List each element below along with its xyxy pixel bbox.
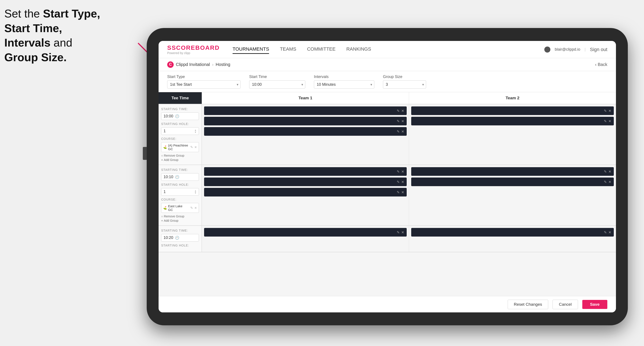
- slot-remove-3-3[interactable]: ✕: [401, 190, 404, 194]
- group-actions-2: ○ Remove Group + Add Group: [161, 215, 199, 222]
- course-tag-2: ⛳ East Lake GC ✎ ✕: [161, 203, 199, 213]
- slot-remove-3-2[interactable]: ✕: [401, 180, 404, 184]
- course-name-1: (A) Peachtree GC: [168, 144, 188, 151]
- group-left-2: STARTING TIME: 10:10 🕙 STARTING HOLE: 1 …: [158, 165, 202, 225]
- clock-icon-1: 🕙: [175, 114, 179, 118]
- slot-edit-4-1[interactable]: ✎: [604, 170, 607, 174]
- slot-edit-2-2[interactable]: ✎: [604, 119, 607, 123]
- save-button[interactable]: Save: [582, 300, 607, 309]
- remove-group-btn-1[interactable]: ○ Remove Group: [161, 154, 199, 157]
- group-actions-1: ○ Remove Group + Add Group: [161, 154, 199, 162]
- start-time-label: Start Time: [249, 75, 305, 79]
- player-slot-1-2: ✎✕: [204, 117, 407, 125]
- group-size-select[interactable]: 3: [383, 80, 426, 89]
- slot-edit-1-3[interactable]: ✎: [397, 130, 400, 134]
- add-group-btn-1[interactable]: + Add Group: [161, 158, 199, 162]
- slot-remove-6-1[interactable]: ✕: [608, 230, 611, 234]
- group-left-1: STARTING TIME: 10:00 🕙 STARTING HOLE: 1 …: [158, 104, 202, 165]
- column-headers: Tee Time Team 1 Team 2: [158, 92, 616, 104]
- starting-hole-select-2[interactable]: 1 ▲▼: [161, 188, 199, 196]
- remove-group-btn-2[interactable]: ○ Remove Group: [161, 215, 199, 218]
- starting-time-input-1[interactable]: 10:00 🕙: [161, 112, 199, 120]
- slot-edit-6-1[interactable]: ✎: [604, 230, 607, 234]
- start-type-select[interactable]: 1st Tee Start: [167, 80, 240, 89]
- slot-remove-2-2[interactable]: ✕: [608, 119, 611, 123]
- course-label-1: COURSE:: [161, 137, 199, 141]
- group-row-1: STARTING TIME: 10:00 🕙 STARTING HOLE: 1 …: [158, 104, 616, 165]
- slot-edit-3-3[interactable]: ✎: [397, 190, 400, 194]
- bold-group-size: Group Size.: [4, 51, 67, 64]
- nav-rankings[interactable]: RANKINGS: [346, 45, 371, 54]
- slot-remove-5-1[interactable]: ✕: [401, 230, 404, 234]
- player-slot-1-3: ✎✕: [204, 127, 407, 136]
- slot-edit-3-2[interactable]: ✎: [397, 180, 400, 184]
- time-value-1: 10:00: [164, 114, 173, 119]
- starting-hole-label-3: STARTING HOLE:: [161, 244, 199, 247]
- slot-edit-3-1[interactable]: ✎: [397, 170, 400, 174]
- cancel-button[interactable]: Cancel: [552, 300, 578, 309]
- starting-time-input-3[interactable]: 10:20 🕙: [161, 234, 199, 241]
- player-slot-4-1: ✎✕: [411, 167, 614, 176]
- player-slot-6-1: ✎✕: [411, 228, 614, 237]
- group-team2-3: ✎✕: [409, 226, 616, 252]
- nav-teams[interactable]: TEAMS: [280, 45, 296, 54]
- slot-edit-1-2[interactable]: ✎: [397, 119, 400, 123]
- bottom-action-bar: Reset Changes Cancel Save: [158, 296, 616, 312]
- intervals-label: Intervals: [314, 75, 374, 79]
- main-content: STARTING TIME: 10:00 🕙 STARTING HOLE: 1 …: [158, 104, 616, 296]
- start-time-select[interactable]: 10:00: [249, 80, 305, 89]
- user-email: blair@clippd.io: [555, 47, 580, 52]
- course-edit-1[interactable]: ✎: [190, 145, 193, 149]
- group-teams-1: ✎✕ ✎✕ ✎✕: [202, 104, 616, 165]
- time-value-3: 10:20: [164, 235, 173, 240]
- slot-edit-1-1[interactable]: ✎: [397, 109, 400, 113]
- start-type-select-wrapper[interactable]: 1st Tee Start: [167, 80, 240, 89]
- starting-time-input-2[interactable]: 10:10 🕙: [161, 173, 199, 181]
- hole-value-1: 1: [164, 129, 166, 133]
- col-header-team1: Team 1: [202, 92, 409, 104]
- logo-subtitle: Powered by clipp: [167, 51, 220, 55]
- logo-area: SSCOREBOARD Powered by clipp: [167, 44, 220, 55]
- group-team1-1: ✎✕ ✎✕ ✎✕: [202, 104, 409, 165]
- tablet-side-button: [143, 147, 147, 160]
- intervals-select-wrapper[interactable]: 10 Minutes: [314, 80, 374, 89]
- back-button[interactable]: ‹ Back: [595, 62, 607, 67]
- player-slot-3-3: ✎✕: [204, 188, 407, 196]
- nav-tournaments[interactable]: TOURNAMENTS: [232, 45, 269, 54]
- slot-edit-5-1[interactable]: ✎: [397, 230, 400, 234]
- groups-container: STARTING TIME: 10:00 🕙 STARTING HOLE: 1 …: [158, 104, 616, 296]
- group-size-select-wrapper[interactable]: 3: [383, 80, 426, 89]
- add-group-btn-2[interactable]: + Add Group: [161, 219, 199, 222]
- slot-remove-1-1[interactable]: ✕: [401, 109, 404, 113]
- player-slot-3-2: ✎✕: [204, 177, 407, 186]
- starting-hole-select-1[interactable]: 1 ▲▼: [161, 127, 199, 135]
- nav-committee[interactable]: COMMITTEE: [307, 45, 336, 54]
- intervals-select[interactable]: 10 Minutes: [314, 80, 374, 89]
- group-row-3: STARTING TIME: 10:20 🕙 STARTING HOLE: ✎✕: [158, 226, 616, 252]
- group-teams-2: ✎✕ ✎✕ ✎✕: [202, 165, 616, 225]
- slot-edit-4-2[interactable]: ✎: [604, 180, 607, 184]
- slot-remove-3-1[interactable]: ✕: [401, 170, 404, 174]
- sign-out-link[interactable]: Sign out: [590, 45, 607, 54]
- slot-remove-2-1[interactable]: ✕: [608, 109, 611, 113]
- slot-remove-4-2[interactable]: ✕: [608, 180, 611, 184]
- group-row-2: STARTING TIME: 10:10 🕙 STARTING HOLE: 1 …: [158, 165, 616, 226]
- slot-remove-1-2[interactable]: ✕: [401, 119, 404, 123]
- start-type-label: Start Type: [167, 75, 240, 79]
- course-edit-2[interactable]: ✎: [190, 206, 193, 210]
- col-header-tee-time: Tee Time: [158, 92, 202, 104]
- group-size-field: Group Size 3: [383, 75, 426, 89]
- slot-remove-4-1[interactable]: ✕: [608, 170, 611, 174]
- course-remove-2[interactable]: ✕: [194, 206, 197, 210]
- start-time-select-wrapper[interactable]: 10:00: [249, 80, 305, 89]
- col-header-team2: Team 2: [409, 92, 616, 104]
- group-teams-3: ✎✕ ✎✕: [202, 226, 616, 252]
- reset-changes-button[interactable]: Reset Changes: [508, 300, 548, 309]
- player-slot-1-1: ✎✕: [204, 106, 407, 115]
- group-size-label: Group Size: [383, 75, 426, 79]
- course-remove-1[interactable]: ✕: [194, 146, 197, 149]
- slot-edit-2-1[interactable]: ✎: [604, 109, 607, 113]
- breadcrumb-bar: C Clippd Invitational › Hosting ‹ Back: [158, 58, 616, 71]
- course-name-2: East Lake GC: [168, 204, 188, 211]
- slot-remove-1-3[interactable]: ✕: [401, 130, 404, 134]
